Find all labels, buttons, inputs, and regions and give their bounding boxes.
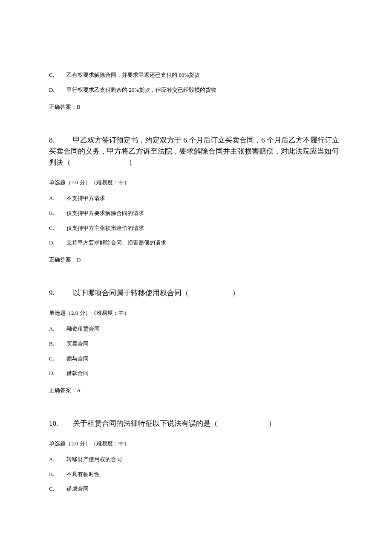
option-letter: C.	[49, 355, 65, 363]
option-letter: B.	[49, 471, 65, 478]
option-text: 借款合同	[66, 370, 89, 376]
option-text: 转移财产使用权的合同	[66, 456, 122, 462]
question-number: 10.	[49, 418, 73, 429]
option-letter: D.	[49, 87, 65, 94]
option-row: A. 转移财产使用权的合同	[49, 456, 343, 463]
option-text: 乙有权要求解除合同，并要求甲返还已支付的 80%货款	[66, 72, 200, 78]
option-row: A. 融资租赁合同	[49, 325, 343, 333]
option-text: 仅支持甲方主张损宙赔偿的请求	[66, 225, 144, 231]
question-number: 9.	[49, 288, 73, 299]
option-text: 融资租赁合同	[66, 325, 100, 332]
question-title: 9.以下哪项合同属于转移使用权合同（ ）	[49, 288, 343, 299]
option-row: B. 不具有临时性	[49, 471, 343, 478]
option-text: 买卖合同	[66, 340, 89, 347]
option-letter: D.	[49, 239, 65, 247]
option-text: 甲行权要求乙支付剩余的 20%货款，但应补交已经毁损的货物	[66, 87, 216, 93]
question-meta: 单选题（2.0 分）《难易度：中）	[49, 309, 343, 317]
option-row: C. 赠与合同	[49, 355, 343, 363]
option-row: A. 不支持甲方请求	[49, 195, 343, 202]
question-meta: 单选题（2.0 分）（难易度：中）	[49, 440, 343, 447]
option-text: 赠与合同	[66, 355, 89, 362]
option-row: C. 仅支持甲方主张损宙赔偿的请求	[49, 225, 343, 232]
option-letter: A.	[49, 456, 65, 463]
option-text: 支持甲方要求解除合同、损害赔偿的请求	[66, 239, 166, 246]
option-text: 诺成合同	[66, 485, 89, 492]
question-title: 8.甲乙双方签订预定书，约定双方于 6 个月后订立买卖合同，6 个月后乙方不履行…	[49, 135, 343, 169]
answer-line: 正确答案：A	[49, 386, 343, 394]
answer-line: 正确答案：D	[49, 256, 343, 264]
question-stem: 甲乙双方签订预定书，约定双方于 6 个月后订立买卖合同，6 个月后乙方不履行订立…	[49, 136, 339, 167]
option-text: 不具有临时性	[66, 471, 100, 477]
question-title: 10.关于租赁合同的法律特征以下说法有误的是（ ）	[49, 418, 343, 429]
document-page: C. 乙有权要求解除合同，并要求甲返还已支付的 80%货款 D. 甲行权要求乙支…	[0, 0, 392, 552]
question-meta: 单选题（2.0 分）（难易度：中）	[49, 179, 343, 186]
option-row: D. 甲行权要求乙支付剩余的 20%货款，但应补交已经毁损的货物	[49, 87, 343, 94]
option-letter: C.	[49, 485, 65, 493]
option-letter: C.	[49, 225, 65, 232]
option-letter: A.	[49, 195, 65, 202]
answer-line: 正确答案：B	[49, 103, 343, 111]
option-row: D. 支持甲方要求解除合同、损害赔偿的请求	[49, 239, 343, 247]
option-text: 不支持甲方请求	[66, 195, 105, 201]
option-letter: B.	[49, 340, 65, 348]
option-letter: D.	[49, 370, 65, 377]
option-row: C. 诺成合同	[49, 485, 343, 493]
option-letter: C.	[49, 72, 65, 79]
option-text: 仅支持甲方要求解除合同的请求	[66, 210, 144, 216]
option-row: D. 借款合同	[49, 370, 343, 377]
option-letter: B.	[49, 210, 65, 217]
option-letter: A.	[49, 325, 65, 333]
option-row: B. 仅支持甲方要求解除合同的请求	[49, 210, 343, 217]
question-stem: 关于租赁合同的法律特征以下说法有误的是（ ）	[73, 419, 276, 427]
option-row: B. 买卖合同	[49, 340, 343, 348]
question-number: 8.	[49, 135, 73, 146]
question-stem: 以下哪项合同属于转移使用权合同（ ）	[73, 289, 239, 297]
option-row: C. 乙有权要求解除合同，并要求甲返还已支付的 80%货款	[49, 72, 343, 79]
